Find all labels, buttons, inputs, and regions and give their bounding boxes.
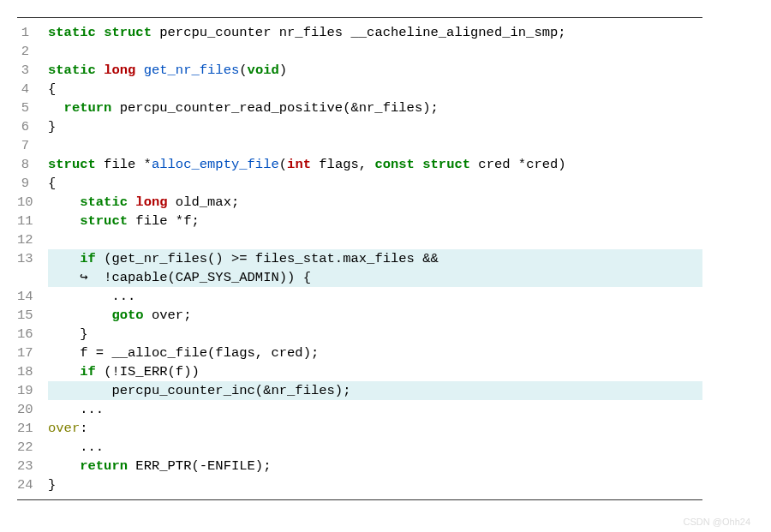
code-content: struct file *alloc_empty_file(int flags,… [48,155,702,174]
code-content: static struct percpu_counter nr_files __… [48,23,702,42]
code-line: 11 struct file *f; [17,212,702,230]
line-number: 3 [17,61,48,80]
code-line: 18 if (!IS_ERR(f)) [17,362,702,381]
code-line: 8struct file *alloc_empty_file(int flags… [17,155,702,174]
line-number: 19 [17,381,48,400]
code-line: 1static struct percpu_counter nr_files _… [17,23,702,42]
line-number: 7 [17,136,48,155]
line-number: 16 [17,325,48,344]
code-content: return ERR_PTR(-ENFILE); [48,457,702,475]
code-content: f = __alloc_file(flags, cred); [48,344,702,362]
code-line: 10 static long old_max; [17,193,702,212]
line-number: 23 [17,457,48,475]
code-line: 16 } [17,325,702,344]
code-line: 2 [17,42,702,61]
code-content: ... [48,400,702,419]
code-line: ↪ !capable(CAP_SYS_ADMIN)) { [17,268,702,287]
code-line: 13 if (get_nr_files() >= files_stat.max_… [17,249,702,268]
code-content: return percpu_counter_read_positive(&nr_… [48,99,702,117]
line-number: 15 [17,306,48,325]
line-number [17,268,48,287]
code-content: if (!IS_ERR(f)) [48,362,702,381]
line-number: 10 [17,193,48,212]
line-number: 5 [17,99,48,117]
code-line: 6} [17,117,702,136]
code-line: 14 ... [17,287,702,306]
code-line: 21over: [17,419,702,438]
code-line: 22 ... [17,438,702,457]
line-number: 13 [17,249,48,268]
line-number: 14 [17,287,48,306]
code-content: goto over; [48,306,702,325]
code-line: 23 return ERR_PTR(-ENFILE); [17,457,702,475]
code-content: ↪ !capable(CAP_SYS_ADMIN)) { [48,268,702,287]
code-line: 19 percpu_counter_inc(&nr_files); [17,381,702,400]
code-content: } [48,325,702,344]
code-line: 5 return percpu_counter_read_positive(&n… [17,99,702,117]
code-content: ... [48,287,702,306]
line-number: 20 [17,400,48,419]
line-number: 8 [17,155,48,174]
code-content: { [48,174,702,193]
watermark: CSDN @Ohh24 [684,517,750,527]
code-line: 3static long get_nr_files(void) [17,61,702,80]
code-content: { [48,80,702,99]
line-number: 18 [17,362,48,381]
line-number: 22 [17,438,48,457]
line-number: 12 [17,230,48,249]
code-content: if (get_nr_files() >= files_stat.max_fil… [48,249,702,268]
code-line: 4{ [17,80,702,99]
line-number: 24 [17,475,48,494]
code-content: percpu_counter_inc(&nr_files); [48,381,702,400]
code-line: 12 [17,230,702,249]
code-content [48,136,702,155]
code-content [48,230,702,249]
code-content: } [48,117,702,136]
code-line: 15 goto over; [17,306,702,325]
line-number: 6 [17,117,48,136]
code-content: } [48,475,702,494]
line-number: 11 [17,212,48,230]
code-content: over: [48,419,702,438]
code-content: static long old_max; [48,193,702,212]
line-number: 21 [17,419,48,438]
line-number: 9 [17,174,48,193]
code-line: 24} [17,475,702,494]
code-content: static long get_nr_files(void) [48,61,702,80]
line-number: 4 [17,80,48,99]
line-number: 1 [17,23,48,42]
code-content: ... [48,438,702,457]
code-listing: 1static struct percpu_counter nr_files _… [17,17,702,500]
code-line: 7 [17,136,702,155]
line-number: 2 [17,42,48,61]
code-line: 17 f = __alloc_file(flags, cred); [17,344,702,362]
code-line: 20 ... [17,400,702,419]
code-content: struct file *f; [48,212,702,230]
code-content [48,42,702,61]
code-line: 9{ [17,174,702,193]
line-number: 17 [17,344,48,362]
